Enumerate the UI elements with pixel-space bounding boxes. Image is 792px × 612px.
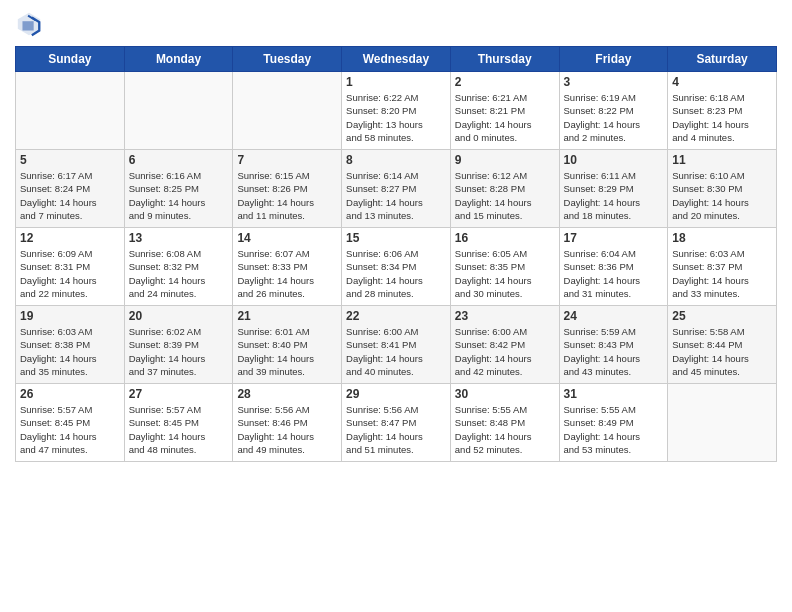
day-number: 23	[455, 309, 555, 323]
weekday-header-saturday: Saturday	[668, 47, 777, 72]
day-number: 19	[20, 309, 120, 323]
calendar-cell: 18Sunrise: 6:03 AMSunset: 8:37 PMDayligh…	[668, 228, 777, 306]
day-info: Sunrise: 6:11 AMSunset: 8:29 PMDaylight:…	[564, 169, 664, 222]
day-number: 28	[237, 387, 337, 401]
calendar-cell	[668, 384, 777, 462]
day-info: Sunrise: 6:17 AMSunset: 8:24 PMDaylight:…	[20, 169, 120, 222]
calendar-cell: 25Sunrise: 5:58 AMSunset: 8:44 PMDayligh…	[668, 306, 777, 384]
day-number: 12	[20, 231, 120, 245]
day-info: Sunrise: 6:09 AMSunset: 8:31 PMDaylight:…	[20, 247, 120, 300]
day-info: Sunrise: 6:05 AMSunset: 8:35 PMDaylight:…	[455, 247, 555, 300]
day-number: 5	[20, 153, 120, 167]
calendar-cell: 9Sunrise: 6:12 AMSunset: 8:28 PMDaylight…	[450, 150, 559, 228]
day-info: Sunrise: 6:03 AMSunset: 8:38 PMDaylight:…	[20, 325, 120, 378]
day-number: 17	[564, 231, 664, 245]
page: SundayMondayTuesdayWednesdayThursdayFrid…	[0, 0, 792, 612]
day-info: Sunrise: 6:02 AMSunset: 8:39 PMDaylight:…	[129, 325, 229, 378]
weekday-header-monday: Monday	[124, 47, 233, 72]
day-number: 3	[564, 75, 664, 89]
calendar-cell: 22Sunrise: 6:00 AMSunset: 8:41 PMDayligh…	[342, 306, 451, 384]
calendar-cell: 5Sunrise: 6:17 AMSunset: 8:24 PMDaylight…	[16, 150, 125, 228]
calendar-cell: 3Sunrise: 6:19 AMSunset: 8:22 PMDaylight…	[559, 72, 668, 150]
day-info: Sunrise: 6:15 AMSunset: 8:26 PMDaylight:…	[237, 169, 337, 222]
day-info: Sunrise: 5:56 AMSunset: 8:47 PMDaylight:…	[346, 403, 446, 456]
calendar-cell: 7Sunrise: 6:15 AMSunset: 8:26 PMDaylight…	[233, 150, 342, 228]
calendar-cell: 29Sunrise: 5:56 AMSunset: 8:47 PMDayligh…	[342, 384, 451, 462]
day-number: 18	[672, 231, 772, 245]
weekday-header-thursday: Thursday	[450, 47, 559, 72]
calendar-cell: 16Sunrise: 6:05 AMSunset: 8:35 PMDayligh…	[450, 228, 559, 306]
day-info: Sunrise: 5:59 AMSunset: 8:43 PMDaylight:…	[564, 325, 664, 378]
day-info: Sunrise: 5:55 AMSunset: 8:49 PMDaylight:…	[564, 403, 664, 456]
calendar-week-row: 1Sunrise: 6:22 AMSunset: 8:20 PMDaylight…	[16, 72, 777, 150]
day-info: Sunrise: 6:18 AMSunset: 8:23 PMDaylight:…	[672, 91, 772, 144]
day-info: Sunrise: 5:56 AMSunset: 8:46 PMDaylight:…	[237, 403, 337, 456]
day-number: 7	[237, 153, 337, 167]
day-number: 4	[672, 75, 772, 89]
calendar-cell: 21Sunrise: 6:01 AMSunset: 8:40 PMDayligh…	[233, 306, 342, 384]
day-number: 20	[129, 309, 229, 323]
calendar-cell: 15Sunrise: 6:06 AMSunset: 8:34 PMDayligh…	[342, 228, 451, 306]
day-info: Sunrise: 6:12 AMSunset: 8:28 PMDaylight:…	[455, 169, 555, 222]
day-number: 2	[455, 75, 555, 89]
calendar-cell: 11Sunrise: 6:10 AMSunset: 8:30 PMDayligh…	[668, 150, 777, 228]
calendar-cell: 4Sunrise: 6:18 AMSunset: 8:23 PMDaylight…	[668, 72, 777, 150]
calendar-cell: 2Sunrise: 6:21 AMSunset: 8:21 PMDaylight…	[450, 72, 559, 150]
day-info: Sunrise: 6:00 AMSunset: 8:42 PMDaylight:…	[455, 325, 555, 378]
calendar-table: SundayMondayTuesdayWednesdayThursdayFrid…	[15, 46, 777, 462]
calendar-week-row: 12Sunrise: 6:09 AMSunset: 8:31 PMDayligh…	[16, 228, 777, 306]
weekday-header-wednesday: Wednesday	[342, 47, 451, 72]
day-info: Sunrise: 6:10 AMSunset: 8:30 PMDaylight:…	[672, 169, 772, 222]
calendar-cell: 30Sunrise: 5:55 AMSunset: 8:48 PMDayligh…	[450, 384, 559, 462]
calendar-cell: 17Sunrise: 6:04 AMSunset: 8:36 PMDayligh…	[559, 228, 668, 306]
calendar-cell: 19Sunrise: 6:03 AMSunset: 8:38 PMDayligh…	[16, 306, 125, 384]
calendar-body: 1Sunrise: 6:22 AMSunset: 8:20 PMDaylight…	[16, 72, 777, 462]
calendar-cell: 28Sunrise: 5:56 AMSunset: 8:46 PMDayligh…	[233, 384, 342, 462]
calendar-cell: 24Sunrise: 5:59 AMSunset: 8:43 PMDayligh…	[559, 306, 668, 384]
day-number: 22	[346, 309, 446, 323]
day-number: 8	[346, 153, 446, 167]
day-number: 13	[129, 231, 229, 245]
day-info: Sunrise: 5:57 AMSunset: 8:45 PMDaylight:…	[129, 403, 229, 456]
weekday-header-sunday: Sunday	[16, 47, 125, 72]
logo	[15, 10, 46, 38]
calendar-cell	[233, 72, 342, 150]
calendar-cell: 13Sunrise: 6:08 AMSunset: 8:32 PMDayligh…	[124, 228, 233, 306]
day-number: 14	[237, 231, 337, 245]
day-info: Sunrise: 6:16 AMSunset: 8:25 PMDaylight:…	[129, 169, 229, 222]
calendar-cell: 10Sunrise: 6:11 AMSunset: 8:29 PMDayligh…	[559, 150, 668, 228]
day-info: Sunrise: 6:19 AMSunset: 8:22 PMDaylight:…	[564, 91, 664, 144]
day-number: 15	[346, 231, 446, 245]
day-info: Sunrise: 5:55 AMSunset: 8:48 PMDaylight:…	[455, 403, 555, 456]
logo-icon	[15, 10, 43, 38]
day-number: 24	[564, 309, 664, 323]
day-number: 27	[129, 387, 229, 401]
day-number: 29	[346, 387, 446, 401]
calendar-week-row: 26Sunrise: 5:57 AMSunset: 8:45 PMDayligh…	[16, 384, 777, 462]
day-info: Sunrise: 6:00 AMSunset: 8:41 PMDaylight:…	[346, 325, 446, 378]
weekday-header-row: SundayMondayTuesdayWednesdayThursdayFrid…	[16, 47, 777, 72]
weekday-header-tuesday: Tuesday	[233, 47, 342, 72]
calendar-cell: 31Sunrise: 5:55 AMSunset: 8:49 PMDayligh…	[559, 384, 668, 462]
day-info: Sunrise: 6:08 AMSunset: 8:32 PMDaylight:…	[129, 247, 229, 300]
day-number: 16	[455, 231, 555, 245]
day-number: 1	[346, 75, 446, 89]
calendar-cell	[124, 72, 233, 150]
day-number: 25	[672, 309, 772, 323]
day-info: Sunrise: 6:22 AMSunset: 8:20 PMDaylight:…	[346, 91, 446, 144]
header	[15, 10, 777, 38]
calendar-cell: 6Sunrise: 6:16 AMSunset: 8:25 PMDaylight…	[124, 150, 233, 228]
day-number: 6	[129, 153, 229, 167]
day-info: Sunrise: 6:04 AMSunset: 8:36 PMDaylight:…	[564, 247, 664, 300]
day-number: 21	[237, 309, 337, 323]
day-number: 10	[564, 153, 664, 167]
day-number: 26	[20, 387, 120, 401]
day-info: Sunrise: 6:07 AMSunset: 8:33 PMDaylight:…	[237, 247, 337, 300]
calendar-cell	[16, 72, 125, 150]
day-number: 9	[455, 153, 555, 167]
day-info: Sunrise: 5:57 AMSunset: 8:45 PMDaylight:…	[20, 403, 120, 456]
day-number: 31	[564, 387, 664, 401]
svg-marker-1	[22, 21, 33, 30]
calendar-cell: 1Sunrise: 6:22 AMSunset: 8:20 PMDaylight…	[342, 72, 451, 150]
day-info: Sunrise: 6:14 AMSunset: 8:27 PMDaylight:…	[346, 169, 446, 222]
